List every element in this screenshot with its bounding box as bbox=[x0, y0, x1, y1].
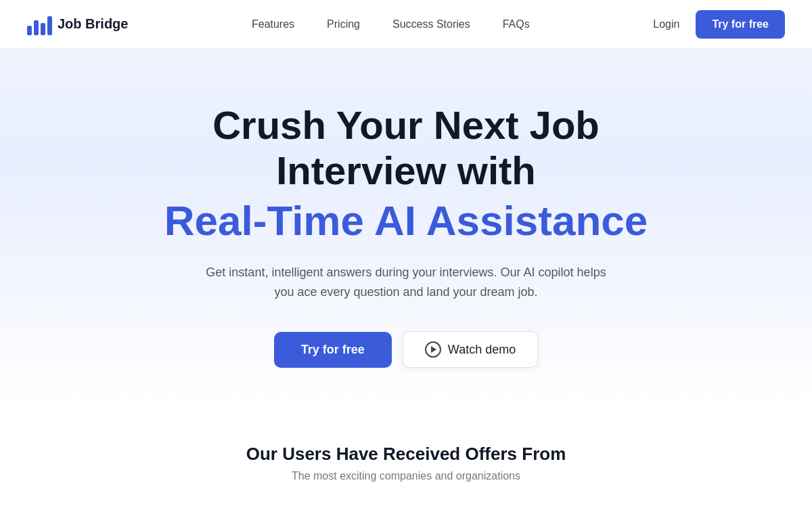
bar-3 bbox=[41, 23, 45, 35]
navbar: Job Bridge Features Pricing Success Stor… bbox=[0, 0, 812, 49]
hero-headline-line2: Real-Time AI Assistance bbox=[135, 196, 677, 246]
nav-pricing[interactable]: Pricing bbox=[327, 18, 360, 30]
bar-2 bbox=[34, 20, 39, 35]
hero-section: Crush Your Next Job Interview with Real-… bbox=[0, 49, 812, 408]
brand-name: Job Bridge bbox=[58, 16, 128, 32]
nav-features[interactable]: Features bbox=[252, 18, 294, 30]
nav-faqs[interactable]: FAQs bbox=[503, 18, 530, 30]
companies-title: Our Users Have Received Offers From bbox=[27, 444, 785, 465]
play-triangle-icon bbox=[431, 346, 436, 353]
watch-demo-button[interactable]: Watch demo bbox=[403, 331, 538, 368]
logo[interactable]: Job Bridge bbox=[27, 14, 128, 35]
companies-section: Our Users Have Received Offers From The … bbox=[0, 408, 812, 508]
hero-cta-group: Try for free Watch demo bbox=[27, 331, 785, 368]
watch-demo-label: Watch demo bbox=[448, 343, 516, 357]
nav-links: Features Pricing Success Stories FAQs bbox=[252, 18, 530, 30]
try-for-free-hero-button[interactable]: Try for free bbox=[274, 332, 392, 368]
login-link[interactable]: Login bbox=[653, 18, 679, 30]
hero-headline: Crush Your Next Job Interview with Real-… bbox=[135, 103, 677, 247]
nav-success-stories[interactable]: Success Stories bbox=[392, 18, 470, 30]
bar-4 bbox=[47, 16, 52, 35]
companies-subtitle: The most exciting companies and organiza… bbox=[27, 470, 785, 482]
logo-icon bbox=[27, 14, 52, 35]
hero-headline-line1: Crush Your Next Job Interview with bbox=[212, 103, 600, 192]
nav-right: Login Try for free bbox=[653, 10, 785, 39]
play-circle-icon bbox=[425, 341, 441, 358]
try-for-free-nav-button[interactable]: Try for free bbox=[696, 10, 785, 39]
bar-1 bbox=[27, 26, 32, 35]
hero-subtitle: Get instant, intelligent answers during … bbox=[203, 263, 609, 302]
